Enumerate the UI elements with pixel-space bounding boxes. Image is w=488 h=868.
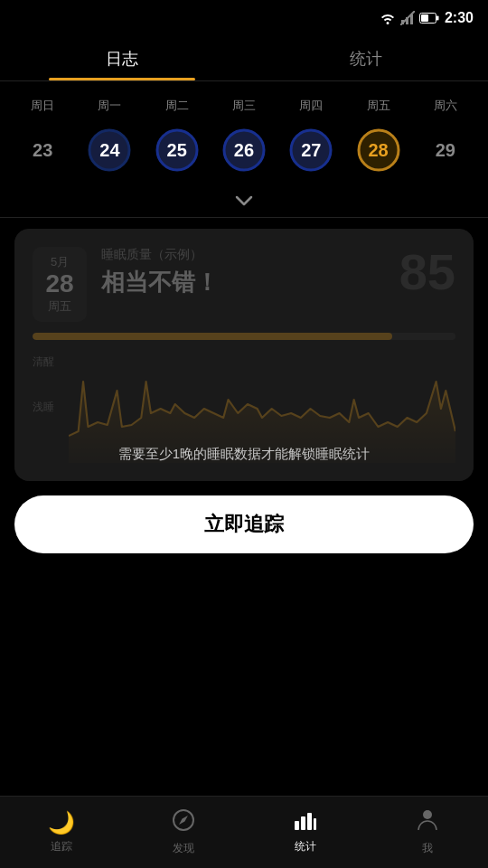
chevron-down-icon bbox=[235, 195, 253, 206]
date-27[interactable]: 27 bbox=[284, 123, 338, 177]
nav-label-discover: 发现 bbox=[173, 841, 194, 856]
nav-item-track[interactable]: 🌙 追踪 bbox=[0, 810, 122, 854]
week-calendar: 周日 周一 周二 周三 周四 周五 周六 23 24 25 bbox=[0, 81, 488, 186]
wifi-icon bbox=[380, 12, 396, 24]
person-icon bbox=[417, 808, 438, 837]
day-label-6: 周六 bbox=[418, 98, 473, 114]
moon-icon: 🌙 bbox=[48, 810, 75, 835]
date-28[interactable]: 28 bbox=[352, 123, 406, 177]
divider bbox=[0, 217, 488, 218]
chevron-down[interactable] bbox=[0, 186, 488, 213]
nav-label-stats: 统计 bbox=[295, 839, 316, 854]
nav-label-track: 追踪 bbox=[51, 839, 72, 854]
day-label-1: 周一 bbox=[82, 98, 136, 114]
week-date-items: 23 24 25 26 27 bbox=[9, 123, 479, 177]
compass-icon bbox=[172, 808, 195, 837]
svg-point-19 bbox=[423, 810, 432, 819]
sleep-card: 5月 28 周五 睡眠质量（示例） 相当不错！ 85 清醒 浅睡 bbox=[14, 229, 474, 481]
battery-icon bbox=[419, 13, 439, 24]
chart-icon bbox=[294, 810, 317, 835]
top-tabs: 日志 统计 bbox=[0, 36, 488, 81]
svg-marker-14 bbox=[177, 815, 189, 826]
svg-rect-16 bbox=[301, 816, 305, 830]
signal-icon bbox=[400, 11, 415, 25]
day-label-0: 周日 bbox=[15, 98, 70, 114]
bottom-nav: 🌙 追踪 发现 统计 我 bbox=[0, 796, 488, 868]
status-bar: 2:30 bbox=[0, 0, 488, 36]
date-29[interactable]: 29 bbox=[418, 123, 473, 177]
nav-item-me[interactable]: 我 bbox=[366, 808, 488, 856]
unlock-text: 需要至少1晚的睡眠数据才能解锁睡眠统计 bbox=[100, 446, 388, 463]
day-label-2: 周二 bbox=[150, 98, 204, 114]
sleep-overlay: 需要至少1晚的睡眠数据才能解锁睡眠统计 bbox=[14, 229, 474, 481]
date-26[interactable]: 26 bbox=[217, 123, 271, 177]
tab-stats[interactable]: 统计 bbox=[244, 36, 488, 80]
date-25[interactable]: 25 bbox=[150, 123, 204, 177]
status-icons bbox=[380, 11, 439, 25]
week-day-labels: 周日 周一 周二 周三 周四 周五 周六 bbox=[9, 98, 479, 114]
day-label-3: 周三 bbox=[217, 98, 271, 114]
status-time: 2:30 bbox=[445, 10, 474, 26]
date-23[interactable]: 23 bbox=[15, 123, 70, 177]
nav-item-stats[interactable]: 统计 bbox=[244, 810, 366, 854]
date-24[interactable]: 24 bbox=[82, 123, 136, 177]
svg-rect-6 bbox=[421, 14, 428, 22]
nav-item-discover[interactable]: 发现 bbox=[122, 808, 244, 856]
svg-rect-17 bbox=[307, 813, 312, 830]
cta-button[interactable]: 立即追踪 bbox=[14, 495, 474, 553]
svg-rect-18 bbox=[314, 818, 316, 830]
svg-rect-15 bbox=[295, 821, 299, 830]
day-label-4: 周四 bbox=[284, 98, 338, 114]
tab-diary[interactable]: 日志 bbox=[0, 36, 244, 80]
day-label-5: 周五 bbox=[352, 98, 406, 114]
nav-label-me: 我 bbox=[422, 841, 433, 856]
svg-rect-5 bbox=[436, 16, 439, 21]
